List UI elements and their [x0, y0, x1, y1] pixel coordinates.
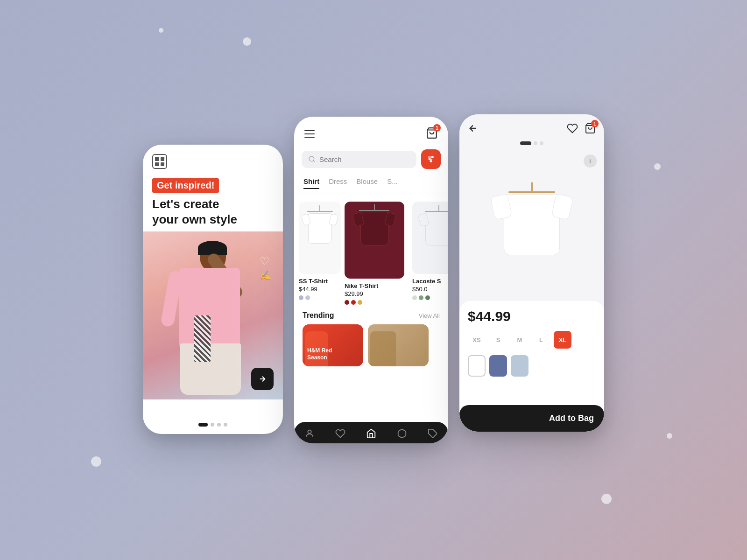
detail-header-icons: 1: [567, 123, 596, 136]
cart-button[interactable]: 1: [426, 127, 438, 141]
product-colors-3: [412, 295, 448, 300]
product-price-detail: $44.99: [468, 308, 596, 324]
product-name-1: SS T-Shirt: [299, 278, 341, 285]
carousel-dots: [459, 141, 604, 145]
pagination-dots: [198, 423, 227, 427]
products-strip: SS T-Shirt $44.99: [294, 194, 448, 305]
add-to-bag-section: Add to Bag: [459, 405, 604, 432]
view-all-button[interactable]: View All: [419, 312, 440, 319]
trending-card-2[interactable]: [368, 324, 429, 366]
phone1-header: [143, 145, 283, 174]
inspired-badge: Get inspired!: [152, 178, 219, 193]
tab-more[interactable]: S...: [387, 177, 398, 189]
detail-cart-button[interactable]: 1: [585, 123, 596, 136]
size-selector: XS S M L XL: [468, 331, 596, 349]
product-detail-panel: $44.99 XS S M L XL Add to Bag: [459, 301, 604, 432]
dot-1: [198, 423, 208, 427]
cart-badge: 1: [433, 124, 441, 132]
nav-wishlist[interactable]: [335, 428, 345, 439]
carousel-dot-2: [534, 141, 537, 145]
wishlist-button[interactable]: [567, 123, 578, 136]
svg-point-8: [308, 430, 311, 434]
size-l[interactable]: L: [532, 331, 550, 349]
filter-button[interactable]: [421, 149, 441, 169]
product-name-2: Nike T-Shirt: [345, 282, 405, 289]
color-blue[interactable]: [489, 355, 507, 377]
trending-cards: H&M RedSeason: [303, 324, 440, 366]
product-card-3[interactable]: Lacoste S $50.0: [409, 202, 448, 305]
nav-tag[interactable]: [428, 428, 438, 439]
filter-icon: [427, 155, 435, 163]
svg-point-6: [432, 156, 433, 158]
bottom-nav: [294, 422, 448, 443]
size-xl[interactable]: XL: [554, 331, 571, 349]
decorative-dot: [654, 163, 661, 170]
phone-detail: 1 i: [459, 114, 604, 432]
search-input[interactable]: [319, 155, 410, 163]
trending-header: Trending View All: [303, 311, 440, 320]
hero-text-block: Get inspired! Let's create your own styl…: [143, 174, 283, 227]
tab-dress[interactable]: Dress: [329, 177, 347, 189]
browse-header: 1: [294, 117, 448, 146]
decorative-dot: [601, 494, 612, 504]
hero-image: ♡✍: [143, 231, 283, 399]
add-to-bag-button[interactable]: Add to Bag: [549, 413, 594, 423]
hamburger-menu[interactable]: [304, 130, 315, 138]
product-price-1: $44.99: [299, 286, 341, 293]
trending-title: Trending: [303, 311, 334, 320]
tab-shirt[interactable]: Shirt: [303, 177, 319, 189]
size-xs[interactable]: XS: [468, 331, 486, 349]
category-tabs: Shirt Dress Blouse S...: [294, 173, 448, 194]
dot-2: [211, 423, 214, 427]
product-colors-1: [299, 295, 341, 300]
product-price-2: $29.99: [345, 290, 405, 297]
back-button[interactable]: [468, 123, 478, 136]
detail-cart-badge: 1: [591, 120, 599, 127]
decorative-dot: [667, 433, 672, 439]
svg-point-7: [430, 161, 432, 162]
trending-section: Trending View All H&M RedSeason: [294, 305, 448, 366]
search-input-wrapper[interactable]: [302, 151, 416, 168]
decorative-dot: [91, 456, 101, 467]
color-lightblue[interactable]: [511, 355, 529, 377]
grid-icon[interactable]: [152, 154, 167, 169]
trending-label-1: H&M RedSeason: [307, 347, 332, 362]
hero-subtitle: Let's create your own style: [152, 196, 274, 227]
product-main-image: i: [459, 147, 604, 278]
phone-inspiration: Get inspired! Let's create your own styl…: [143, 145, 283, 434]
decorative-dot: [243, 37, 251, 46]
color-selector: [468, 355, 596, 377]
carousel-dot-1: [520, 141, 531, 145]
size-s[interactable]: S: [489, 331, 507, 349]
trending-card-1[interactable]: H&M RedSeason: [303, 324, 363, 366]
info-button[interactable]: i: [584, 154, 597, 168]
product-card-2[interactable]: Nike T-Shirt $29.99: [341, 202, 409, 305]
dot-4: [224, 423, 227, 427]
product-colors-2: [345, 300, 405, 305]
nav-3d[interactable]: [397, 428, 407, 439]
product-price-3: $50.0: [412, 286, 448, 293]
nav-profile[interactable]: [304, 428, 315, 439]
svg-point-5: [429, 159, 430, 160]
detail-header: 1: [459, 114, 604, 140]
dot-3: [217, 423, 221, 427]
color-white[interactable]: [468, 355, 486, 377]
search-icon: [308, 155, 316, 163]
product-name-3: Lacoste S: [412, 278, 448, 285]
carousel-dot-3: [540, 141, 543, 145]
size-m[interactable]: M: [511, 331, 529, 349]
search-bar: [302, 149, 441, 169]
tab-blouse[interactable]: Blouse: [356, 177, 378, 189]
phone-browse: 1: [294, 117, 448, 443]
svg-point-1: [309, 156, 314, 161]
phones-container: Get inspired! Let's create your own styl…: [143, 117, 604, 443]
product-card-1[interactable]: SS T-Shirt $44.99: [294, 202, 341, 305]
nav-home[interactable]: [366, 428, 376, 439]
decorative-dot: [159, 28, 163, 33]
next-button[interactable]: [251, 368, 274, 390]
